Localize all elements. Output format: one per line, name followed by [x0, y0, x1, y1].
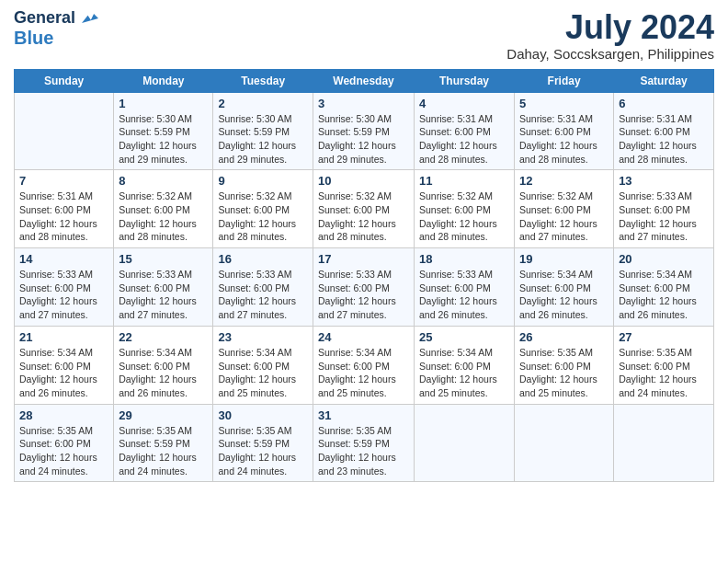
day-info: Sunrise: 5:34 AMSunset: 6:00 PMDaylight:…	[119, 346, 208, 400]
calendar-week-4: 21Sunrise: 5:34 AMSunset: 6:00 PMDayligh…	[15, 326, 714, 404]
day-number: 15	[119, 252, 208, 266]
day-info: Sunrise: 5:33 AMSunset: 6:00 PMDaylight:…	[218, 268, 308, 322]
day-number: 22	[119, 330, 208, 344]
day-number: 28	[19, 408, 108, 422]
day-info: Sunrise: 5:32 AMSunset: 6:00 PMDaylight:…	[119, 190, 208, 244]
day-number: 12	[519, 174, 609, 188]
logo-blue: Blue	[14, 28, 53, 48]
day-info: Sunrise: 5:30 AMSunset: 5:59 PMDaylight:…	[119, 112, 208, 167]
logo-text: General Blue	[14, 9, 98, 49]
calendar-week-3: 14Sunrise: 5:33 AMSunset: 6:00 PMDayligh…	[15, 248, 714, 327]
calendar-cell	[614, 404, 714, 482]
calendar-week-5: 28Sunrise: 5:35 AMSunset: 6:00 PMDayligh…	[15, 404, 714, 482]
day-number: 10	[318, 174, 409, 188]
calendar-cell: 24Sunrise: 5:34 AMSunset: 6:00 PMDayligh…	[313, 326, 415, 404]
day-number: 27	[619, 330, 709, 344]
page-header: General Blue July 2024 Dahay, Soccsksarg…	[14, 9, 714, 62]
day-number: 7	[19, 174, 108, 188]
day-info: Sunrise: 5:30 AMSunset: 5:59 PMDaylight:…	[218, 112, 308, 167]
day-info: Sunrise: 5:32 AMSunset: 6:00 PMDaylight:…	[218, 190, 308, 244]
calendar-cell: 18Sunrise: 5:33 AMSunset: 6:00 PMDayligh…	[415, 248, 515, 327]
calendar-cell: 21Sunrise: 5:34 AMSunset: 6:00 PMDayligh…	[15, 326, 114, 404]
calendar-cell: 13Sunrise: 5:33 AMSunset: 6:00 PMDayligh…	[614, 170, 714, 248]
day-number: 29	[119, 408, 208, 422]
day-number: 3	[318, 97, 409, 110]
day-number: 13	[619, 174, 709, 188]
calendar-cell: 20Sunrise: 5:34 AMSunset: 6:00 PMDayligh…	[614, 248, 714, 327]
calendar-week-2: 7Sunrise: 5:31 AMSunset: 6:00 PMDaylight…	[15, 170, 714, 248]
day-info: Sunrise: 5:33 AMSunset: 6:00 PMDaylight:…	[119, 268, 208, 322]
day-number: 16	[218, 252, 308, 266]
calendar-cell	[515, 404, 614, 482]
day-number: 9	[218, 174, 308, 188]
weekday-header-saturday: Saturday	[614, 69, 714, 92]
calendar-cell	[415, 404, 515, 482]
day-info: Sunrise: 5:33 AMSunset: 6:00 PMDaylight:…	[619, 190, 709, 244]
calendar-cell: 8Sunrise: 5:32 AMSunset: 6:00 PMDaylight…	[114, 170, 213, 248]
calendar-cell: 25Sunrise: 5:34 AMSunset: 6:00 PMDayligh…	[415, 326, 515, 404]
day-info: Sunrise: 5:35 AMSunset: 5:59 PMDaylight:…	[218, 424, 308, 478]
day-number: 23	[218, 330, 308, 344]
calendar-cell: 3Sunrise: 5:30 AMSunset: 5:59 PMDaylight…	[313, 92, 415, 170]
calendar-cell: 10Sunrise: 5:32 AMSunset: 6:00 PMDayligh…	[313, 170, 415, 248]
day-number: 26	[519, 330, 609, 344]
day-number: 17	[318, 252, 409, 266]
calendar-cell: 6Sunrise: 5:31 AMSunset: 6:00 PMDaylight…	[614, 92, 714, 170]
day-number: 30	[218, 408, 308, 422]
day-number: 2	[218, 97, 308, 110]
calendar-cell: 2Sunrise: 5:30 AMSunset: 5:59 PMDaylight…	[213, 92, 313, 170]
day-info: Sunrise: 5:31 AMSunset: 6:00 PMDaylight:…	[419, 112, 509, 167]
day-info: Sunrise: 5:34 AMSunset: 6:00 PMDaylight:…	[318, 346, 409, 400]
day-number: 4	[419, 97, 509, 110]
day-info: Sunrise: 5:35 AMSunset: 5:59 PMDaylight:…	[119, 424, 208, 478]
calendar-week-1: 1Sunrise: 5:30 AMSunset: 5:59 PMDaylight…	[15, 92, 714, 170]
calendar-cell: 26Sunrise: 5:35 AMSunset: 6:00 PMDayligh…	[515, 326, 614, 404]
day-info: Sunrise: 5:34 AMSunset: 6:00 PMDaylight:…	[519, 268, 609, 322]
day-info: Sunrise: 5:35 AMSunset: 5:59 PMDaylight:…	[318, 424, 409, 478]
calendar-cell: 12Sunrise: 5:32 AMSunset: 6:00 PMDayligh…	[515, 170, 614, 248]
day-number: 14	[19, 252, 108, 266]
day-info: Sunrise: 5:33 AMSunset: 6:00 PMDaylight:…	[19, 268, 108, 322]
calendar-cell: 27Sunrise: 5:35 AMSunset: 6:00 PMDayligh…	[614, 326, 714, 404]
calendar-cell: 15Sunrise: 5:33 AMSunset: 6:00 PMDayligh…	[114, 248, 213, 327]
month-year-title: July 2024	[506, 9, 714, 46]
day-info: Sunrise: 5:32 AMSunset: 6:00 PMDaylight:…	[419, 190, 509, 244]
day-info: Sunrise: 5:31 AMSunset: 6:00 PMDaylight:…	[619, 112, 709, 167]
day-number: 21	[19, 330, 108, 344]
calendar-cell: 14Sunrise: 5:33 AMSunset: 6:00 PMDayligh…	[15, 248, 114, 327]
calendar-cell: 9Sunrise: 5:32 AMSunset: 6:00 PMDaylight…	[213, 170, 313, 248]
weekday-header-tuesday: Tuesday	[213, 69, 313, 92]
calendar-cell: 4Sunrise: 5:31 AMSunset: 6:00 PMDaylight…	[415, 92, 515, 170]
day-info: Sunrise: 5:34 AMSunset: 6:00 PMDaylight:…	[19, 346, 108, 400]
weekday-header-sunday: Sunday	[15, 69, 114, 92]
calendar-cell: 29Sunrise: 5:35 AMSunset: 5:59 PMDayligh…	[114, 404, 213, 482]
logo: General Blue	[14, 9, 98, 49]
day-number: 20	[619, 252, 709, 266]
day-number: 1	[119, 97, 208, 110]
day-number: 25	[419, 330, 509, 344]
calendar-cell: 5Sunrise: 5:31 AMSunset: 6:00 PMDaylight…	[515, 92, 614, 170]
day-info: Sunrise: 5:35 AMSunset: 6:00 PMDaylight:…	[19, 424, 108, 478]
calendar-cell: 22Sunrise: 5:34 AMSunset: 6:00 PMDayligh…	[114, 326, 213, 404]
day-info: Sunrise: 5:32 AMSunset: 6:00 PMDaylight:…	[318, 190, 409, 244]
day-info: Sunrise: 5:34 AMSunset: 6:00 PMDaylight:…	[619, 268, 709, 322]
day-number: 31	[318, 408, 409, 422]
weekday-header-row: SundayMondayTuesdayWednesdayThursdayFrid…	[15, 69, 714, 92]
logo-bird-icon	[82, 12, 98, 25]
day-number: 8	[119, 174, 208, 188]
calendar-cell: 16Sunrise: 5:33 AMSunset: 6:00 PMDayligh…	[213, 248, 313, 327]
title-section: July 2024 Dahay, Soccsksargen, Philippin…	[506, 9, 714, 62]
day-info: Sunrise: 5:35 AMSunset: 6:00 PMDaylight:…	[519, 346, 609, 400]
weekday-header-monday: Monday	[114, 69, 213, 92]
weekday-header-thursday: Thursday	[415, 69, 515, 92]
calendar-cell: 19Sunrise: 5:34 AMSunset: 6:00 PMDayligh…	[515, 248, 614, 327]
day-info: Sunrise: 5:32 AMSunset: 6:00 PMDaylight:…	[519, 190, 609, 244]
calendar-cell: 7Sunrise: 5:31 AMSunset: 6:00 PMDaylight…	[15, 170, 114, 248]
day-info: Sunrise: 5:35 AMSunset: 6:00 PMDaylight:…	[619, 346, 709, 400]
weekday-header-friday: Friday	[515, 69, 614, 92]
day-number: 11	[419, 174, 509, 188]
weekday-header-wednesday: Wednesday	[313, 69, 415, 92]
day-info: Sunrise: 5:34 AMSunset: 6:00 PMDaylight:…	[419, 346, 509, 400]
calendar-cell: 11Sunrise: 5:32 AMSunset: 6:00 PMDayligh…	[415, 170, 515, 248]
calendar-cell: 28Sunrise: 5:35 AMSunset: 6:00 PMDayligh…	[15, 404, 114, 482]
